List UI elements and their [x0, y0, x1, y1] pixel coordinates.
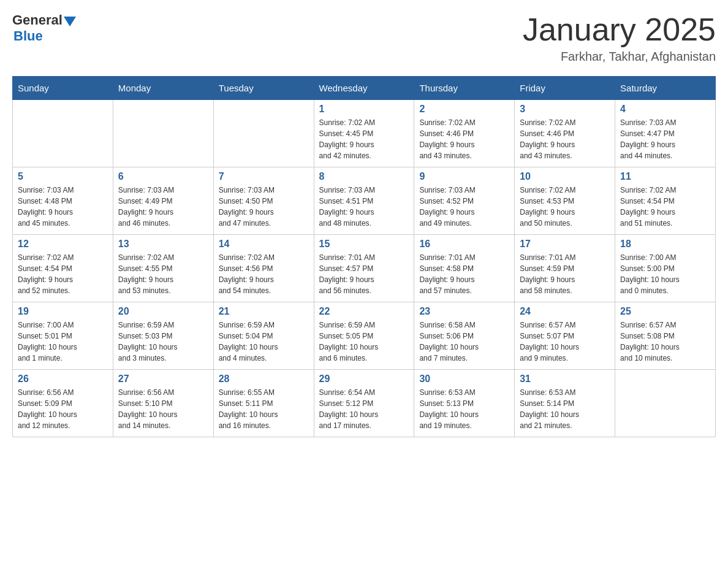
day-info: Sunrise: 7:00 AM Sunset: 5:01 PM Dayligh… [18, 320, 108, 364]
day-number: 17 [520, 239, 610, 250]
day-number: 12 [18, 239, 108, 250]
day-info: Sunrise: 6:53 AM Sunset: 5:14 PM Dayligh… [520, 387, 610, 431]
day-number: 29 [319, 373, 409, 385]
calendar-cell: 1Sunrise: 7:02 AM Sunset: 4:45 PM Daylig… [314, 100, 414, 167]
day-info: Sunrise: 7:02 AM Sunset: 4:55 PM Dayligh… [118, 252, 208, 296]
day-info: Sunrise: 7:01 AM Sunset: 4:58 PM Dayligh… [419, 252, 509, 296]
calendar-cell: 18Sunrise: 7:00 AM Sunset: 5:00 PM Dayli… [615, 235, 716, 302]
page-header: General Blue January 2025 Farkhar, Takha… [12, 12, 716, 64]
calendar-cell [615, 370, 716, 437]
title-section: January 2025 Farkhar, Takhar, Afghanista… [523, 12, 716, 64]
calendar-cell: 2Sunrise: 7:02 AM Sunset: 4:46 PM Daylig… [414, 100, 515, 167]
day-number: 10 [520, 171, 610, 182]
day-number: 16 [419, 239, 509, 250]
calendar-cell: 16Sunrise: 7:01 AM Sunset: 4:58 PM Dayli… [414, 235, 515, 302]
day-info: Sunrise: 6:57 AM Sunset: 5:08 PM Dayligh… [620, 320, 710, 364]
month-title: January 2025 [523, 12, 716, 47]
calendar-cell [213, 100, 314, 167]
day-number: 15 [319, 239, 409, 250]
calendar-cell: 15Sunrise: 7:01 AM Sunset: 4:57 PM Dayli… [314, 235, 414, 302]
day-info: Sunrise: 7:00 AM Sunset: 5:00 PM Dayligh… [620, 252, 710, 296]
column-header-sunday: Sunday [13, 77, 113, 100]
calendar-cell: 4Sunrise: 7:03 AM Sunset: 4:47 PM Daylig… [615, 100, 716, 167]
calendar-cell: 28Sunrise: 6:55 AM Sunset: 5:11 PM Dayli… [213, 370, 314, 437]
day-number: 1 [319, 104, 409, 115]
day-info: Sunrise: 6:54 AM Sunset: 5:12 PM Dayligh… [319, 387, 409, 431]
calendar-cell: 21Sunrise: 6:59 AM Sunset: 5:04 PM Dayli… [213, 302, 314, 370]
calendar-cell: 19Sunrise: 7:00 AM Sunset: 5:01 PM Dayli… [13, 302, 113, 370]
day-info: Sunrise: 7:03 AM Sunset: 4:48 PM Dayligh… [18, 185, 108, 229]
day-number: 31 [520, 373, 610, 385]
day-number: 19 [18, 306, 108, 317]
day-number: 13 [118, 239, 208, 250]
calendar-cell: 9Sunrise: 7:03 AM Sunset: 4:52 PM Daylig… [414, 167, 515, 235]
day-number: 3 [520, 104, 610, 115]
column-header-wednesday: Wednesday [314, 77, 414, 100]
calendar-cell: 8Sunrise: 7:03 AM Sunset: 4:51 PM Daylig… [314, 167, 414, 235]
calendar-cell: 31Sunrise: 6:53 AM Sunset: 5:14 PM Dayli… [515, 370, 615, 437]
column-header-monday: Monday [113, 77, 213, 100]
week-row-2: 5Sunrise: 7:03 AM Sunset: 4:48 PM Daylig… [13, 167, 716, 235]
day-info: Sunrise: 6:59 AM Sunset: 5:05 PM Dayligh… [319, 320, 409, 364]
day-number: 5 [18, 171, 108, 182]
calendar-cell: 17Sunrise: 7:01 AM Sunset: 4:59 PM Dayli… [515, 235, 615, 302]
day-number: 6 [118, 171, 208, 182]
calendar-cell [113, 100, 213, 167]
day-number: 21 [219, 306, 309, 317]
day-info: Sunrise: 7:02 AM Sunset: 4:54 PM Dayligh… [18, 252, 108, 296]
calendar-cell: 11Sunrise: 7:02 AM Sunset: 4:54 PM Dayli… [615, 167, 716, 235]
day-number: 11 [620, 171, 710, 182]
day-number: 14 [219, 239, 309, 250]
column-header-thursday: Thursday [414, 77, 515, 100]
day-info: Sunrise: 7:02 AM Sunset: 4:46 PM Dayligh… [419, 117, 509, 161]
day-info: Sunrise: 7:01 AM Sunset: 4:59 PM Dayligh… [520, 252, 610, 296]
column-header-saturday: Saturday [615, 77, 716, 100]
day-info: Sunrise: 7:03 AM Sunset: 4:52 PM Dayligh… [419, 185, 509, 229]
column-header-tuesday: Tuesday [213, 77, 314, 100]
calendar-cell: 26Sunrise: 6:56 AM Sunset: 5:09 PM Dayli… [13, 370, 113, 437]
calendar-table: SundayMondayTuesdayWednesdayThursdayFrid… [12, 76, 716, 437]
day-number: 9 [419, 171, 509, 182]
day-number: 2 [419, 104, 509, 115]
calendar-cell: 14Sunrise: 7:02 AM Sunset: 4:56 PM Dayli… [213, 235, 314, 302]
day-info: Sunrise: 6:56 AM Sunset: 5:09 PM Dayligh… [18, 387, 108, 431]
week-row-5: 26Sunrise: 6:56 AM Sunset: 5:09 PM Dayli… [13, 370, 716, 437]
day-info: Sunrise: 6:56 AM Sunset: 5:10 PM Dayligh… [118, 387, 208, 431]
day-number: 24 [520, 306, 610, 317]
calendar-cell: 24Sunrise: 6:57 AM Sunset: 5:07 PM Dayli… [515, 302, 615, 370]
day-number: 8 [319, 171, 409, 182]
calendar-cell: 5Sunrise: 7:03 AM Sunset: 4:48 PM Daylig… [13, 167, 113, 235]
day-info: Sunrise: 7:02 AM Sunset: 4:56 PM Dayligh… [219, 252, 309, 296]
day-info: Sunrise: 7:03 AM Sunset: 4:47 PM Dayligh… [620, 117, 710, 161]
day-info: Sunrise: 6:58 AM Sunset: 5:06 PM Dayligh… [419, 320, 509, 364]
calendar-cell: 10Sunrise: 7:02 AM Sunset: 4:53 PM Dayli… [515, 167, 615, 235]
day-number: 27 [118, 373, 208, 385]
calendar-cell: 6Sunrise: 7:03 AM Sunset: 4:49 PM Daylig… [113, 167, 213, 235]
day-number: 4 [620, 104, 710, 115]
day-number: 20 [118, 306, 208, 317]
logo-general-text: General [12, 12, 63, 28]
calendar-cell: 3Sunrise: 7:02 AM Sunset: 4:46 PM Daylig… [515, 100, 615, 167]
day-info: Sunrise: 6:59 AM Sunset: 5:03 PM Dayligh… [118, 320, 208, 364]
day-info: Sunrise: 6:59 AM Sunset: 5:04 PM Dayligh… [219, 320, 309, 364]
day-info: Sunrise: 7:02 AM Sunset: 4:46 PM Dayligh… [520, 117, 610, 161]
day-info: Sunrise: 7:02 AM Sunset: 4:45 PM Dayligh… [319, 117, 409, 161]
day-info: Sunrise: 7:02 AM Sunset: 4:54 PM Dayligh… [620, 185, 710, 229]
week-row-4: 19Sunrise: 7:00 AM Sunset: 5:01 PM Dayli… [13, 302, 716, 370]
day-number: 26 [18, 373, 108, 385]
logo: General Blue [12, 12, 76, 44]
logo-blue-text: Blue [13, 28, 43, 44]
calendar-cell: 12Sunrise: 7:02 AM Sunset: 4:54 PM Dayli… [13, 235, 113, 302]
calendar-cell: 29Sunrise: 6:54 AM Sunset: 5:12 PM Dayli… [314, 370, 414, 437]
day-info: Sunrise: 6:57 AM Sunset: 5:07 PM Dayligh… [520, 320, 610, 364]
calendar-cell: 7Sunrise: 7:03 AM Sunset: 4:50 PM Daylig… [213, 167, 314, 235]
calendar-cell: 13Sunrise: 7:02 AM Sunset: 4:55 PM Dayli… [113, 235, 213, 302]
day-info: Sunrise: 6:53 AM Sunset: 5:13 PM Dayligh… [419, 387, 509, 431]
calendar-cell: 22Sunrise: 6:59 AM Sunset: 5:05 PM Dayli… [314, 302, 414, 370]
week-row-1: 1Sunrise: 7:02 AM Sunset: 4:45 PM Daylig… [13, 100, 716, 167]
calendar-cell [13, 100, 113, 167]
day-number: 30 [419, 373, 509, 385]
day-info: Sunrise: 7:02 AM Sunset: 4:53 PM Dayligh… [520, 185, 610, 229]
day-number: 23 [419, 306, 509, 317]
calendar-cell: 20Sunrise: 6:59 AM Sunset: 5:03 PM Dayli… [113, 302, 213, 370]
